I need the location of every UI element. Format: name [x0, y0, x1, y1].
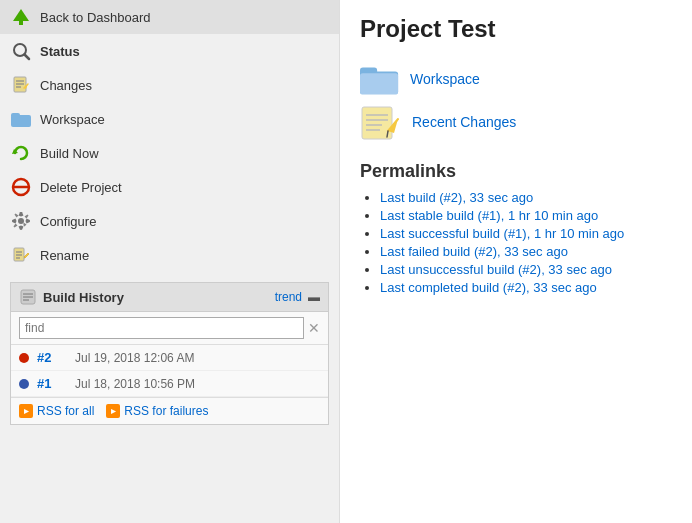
sidebar-item-label: Changes [40, 78, 92, 93]
changes-icon [10, 74, 32, 96]
sidebar-item-back-to-dashboard[interactable]: Back to Dashboard [0, 0, 339, 34]
permalink-last-stable-link[interactable]: Last stable build (#1), 1 hr 10 min ago [380, 208, 598, 223]
build-list: #2 Jul 19, 2018 12:06 AM #1 Jul 18, 2018… [11, 345, 328, 397]
sidebar-item-label: Rename [40, 248, 89, 263]
main-content: Project Test Workspace [340, 0, 692, 523]
workspace-item: Workspace [360, 63, 672, 95]
build-status-blue [19, 379, 29, 389]
rss-all-icon: ▸ [19, 404, 33, 418]
permalink-last-successful-link[interactable]: Last successful build (#1), 1 hr 10 min … [380, 226, 624, 241]
svg-marker-0 [13, 9, 29, 21]
pencil-icon [10, 244, 32, 266]
sidebar-item-label: Back to Dashboard [40, 10, 151, 25]
collapse-icon[interactable]: ▬ [308, 290, 320, 304]
workspace-folder-icon [360, 63, 400, 95]
svg-rect-28 [360, 73, 398, 94]
permalink-last-failed-link[interactable]: Last failed build (#2), 33 sec ago [380, 244, 568, 259]
svg-marker-20 [24, 253, 29, 258]
permalinks-section: Permalinks Last build (#2), 33 sec ago L… [360, 161, 672, 295]
permalink-last-build-link[interactable]: Last build (#2), 33 sec ago [380, 190, 533, 205]
sidebar-item-changes[interactable]: Changes [0, 68, 339, 102]
permalink-last-build: Last build (#2), 33 sec ago [380, 190, 672, 205]
sidebar-item-label: Configure [40, 214, 96, 229]
build-search-wrapper: ✕ [11, 312, 328, 345]
permalinks-list: Last build (#2), 33 sec ago Last stable … [380, 190, 672, 295]
svg-line-3 [25, 55, 30, 60]
recent-changes-icon [360, 103, 402, 141]
build-search-input[interactable] [19, 317, 304, 339]
build-history-header: Build History trend ▬ [11, 283, 328, 312]
gear-icon [10, 210, 32, 232]
rss-failures-item: ▸ RSS for failures [106, 404, 208, 418]
svg-rect-1 [19, 20, 23, 25]
sidebar-item-status[interactable]: Status [0, 34, 339, 68]
rss-all-link[interactable]: RSS for all [37, 404, 94, 418]
build-history-icon [19, 288, 37, 306]
sidebar-item-label: Build Now [40, 146, 99, 161]
permalink-last-stable: Last stable build (#1), 1 hr 10 min ago [380, 208, 672, 223]
sidebar-nav: Back to Dashboard Status [0, 0, 339, 272]
build-history-footer: ▸ RSS for all ▸ RSS for failures [11, 397, 328, 424]
rss-all-item: ▸ RSS for all [19, 404, 94, 418]
refresh-icon [10, 142, 32, 164]
workspace-link[interactable]: Workspace [410, 71, 480, 87]
permalink-last-completed-link[interactable]: Last completed build (#2), 33 sec ago [380, 280, 597, 295]
folder-icon [10, 108, 32, 130]
recent-changes-item: Recent Changes [360, 103, 672, 141]
sidebar-item-build-now[interactable]: Build Now [0, 136, 339, 170]
sidebar-item-configure[interactable]: Configure [0, 204, 339, 238]
svg-line-36 [387, 131, 388, 137]
magnifier-icon [10, 40, 32, 62]
build-history-panel: Build History trend ▬ ✕ #2 Jul 19, 2018 … [10, 282, 329, 425]
sidebar-item-rename[interactable]: Rename [0, 238, 339, 272]
sidebar-item-workspace[interactable]: Workspace [0, 102, 339, 136]
permalink-last-successful: Last successful build (#1), 1 hr 10 min … [380, 226, 672, 241]
build-date-2: Jul 19, 2018 12:06 AM [75, 351, 194, 365]
sidebar-item-label: Delete Project [40, 180, 122, 195]
sidebar-item-label: Workspace [40, 112, 105, 127]
workspace-section: Workspace Recent Changes [360, 63, 672, 141]
arrow-up-icon [10, 6, 32, 28]
sidebar-item-delete-project[interactable]: Delete Project [0, 170, 339, 204]
permalink-last-completed: Last completed build (#2), 33 sec ago [380, 280, 672, 295]
permalink-last-unsuccessful: Last unsuccessful build (#2), 33 sec ago [380, 262, 672, 277]
rss-failures-link[interactable]: RSS for failures [124, 404, 208, 418]
build-item-2[interactable]: #2 Jul 19, 2018 12:06 AM [11, 345, 328, 371]
permalink-last-unsuccessful-link[interactable]: Last unsuccessful build (#2), 33 sec ago [380, 262, 612, 277]
build-link-2[interactable]: #2 [37, 350, 67, 365]
trend-link[interactable]: trend [275, 290, 302, 304]
build-search-clear[interactable]: ✕ [308, 321, 320, 335]
build-link-1[interactable]: #1 [37, 376, 67, 391]
build-status-red [19, 353, 29, 363]
build-history-title: Build History [43, 290, 269, 305]
project-title: Project Test [360, 15, 672, 43]
sidebar-item-label: Status [40, 44, 80, 59]
sidebar: Back to Dashboard Status [0, 0, 340, 523]
recent-changes-link[interactable]: Recent Changes [412, 114, 516, 130]
permalink-last-failed: Last failed build (#2), 33 sec ago [380, 244, 672, 259]
svg-rect-11 [11, 113, 20, 118]
build-item-1[interactable]: #1 Jul 18, 2018 10:56 PM [11, 371, 328, 397]
no-icon [10, 176, 32, 198]
rss-failures-icon: ▸ [106, 404, 120, 418]
build-date-1: Jul 18, 2018 10:56 PM [75, 377, 195, 391]
svg-point-15 [18, 218, 24, 224]
permalinks-title: Permalinks [360, 161, 672, 182]
